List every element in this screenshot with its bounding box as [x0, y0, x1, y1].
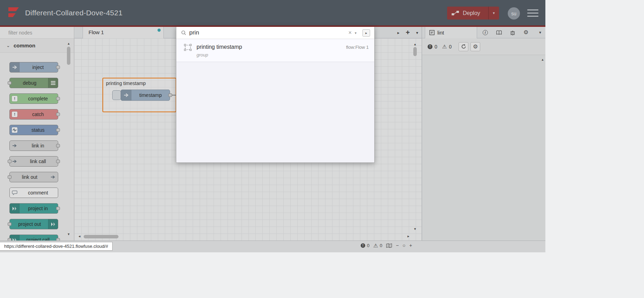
canvas-vscrollbar-thumb[interactable] — [413, 47, 417, 56]
bug-icon — [510, 30, 515, 35]
main-menu-button[interactable] — [527, 9, 538, 19]
palette-node-project-out[interactable]: project out — [9, 219, 58, 229]
refresh-icon — [461, 44, 466, 49]
inject-arrow-icon — [10, 62, 20, 72]
tab-lint[interactable]: lint — [425, 27, 477, 38]
output-port — [56, 144, 60, 147]
debug-list-icon — [48, 78, 58, 88]
book-icon — [496, 30, 502, 35]
zoom-reset-button[interactable]: ○ — [402, 243, 405, 248]
lint-settings-button[interactable]: ⚙ — [470, 42, 480, 51]
canvas-scroll-down-icon[interactable]: ▼ — [413, 227, 417, 231]
palette-node-comment[interactable]: comment — [9, 188, 58, 198]
error-circle-icon: ! — [428, 44, 432, 49]
tab-info[interactable]: i — [483, 30, 488, 35]
warning-count-value: 0 — [449, 44, 452, 49]
footer-error-toggle[interactable]: ! 0 — [361, 243, 369, 248]
palette-node-label: status — [23, 127, 44, 133]
browser-status-url: https://different-collared-dove-4521.flo… — [0, 242, 113, 251]
canvas-scroll-left-icon[interactable]: ◄ — [77, 235, 82, 238]
node-label: timestamp — [131, 92, 170, 98]
palette-node-status[interactable]: status — [9, 125, 58, 135]
search-options-icon[interactable]: ▾ — [355, 31, 356, 35]
tab-scroll-right-icon[interactable]: ▸ — [397, 30, 399, 35]
zoom-out-button[interactable]: − — [396, 243, 399, 248]
palette-node-link-out[interactable]: link out — [9, 172, 58, 182]
lint-refresh-button[interactable] — [459, 42, 468, 51]
canvas-scroll-up-icon[interactable]: ▲ — [413, 43, 417, 46]
filter-nodes-input[interactable] — [8, 30, 71, 36]
zoom-in-button[interactable]: + — [409, 243, 412, 248]
palette-node-link-in[interactable]: link in — [9, 140, 58, 151]
sidebar-menu-icon[interactable]: ▾ — [539, 30, 541, 35]
user-avatar[interactable]: su — [508, 7, 520, 20]
palette-node-inject[interactable]: inject — [9, 62, 58, 72]
right-sidebar: lint i ⚙ ▾ ! — [422, 27, 545, 240]
output-port — [56, 66, 60, 69]
tab-config[interactable]: ⚙ — [523, 30, 528, 35]
search-icon — [181, 30, 186, 35]
palette-category-common[interactable]: ⌄ common — [0, 39, 74, 53]
inject-node-body[interactable]: timestamp — [121, 90, 170, 101]
palette-scrollbar-thumb[interactable] — [67, 47, 70, 65]
tab-help[interactable] — [496, 30, 502, 35]
canvas-scroll-right-icon[interactable]: ► — [406, 235, 411, 238]
result-type: group — [197, 52, 242, 58]
inject-node: timestamp — [112, 90, 178, 101]
output-port[interactable] — [168, 93, 172, 97]
output-port — [56, 238, 60, 240]
tab-flow-1[interactable]: Flow 1 — [83, 27, 164, 38]
status-url-text: https://different-collared-dove-4521.flo… — [4, 244, 108, 249]
clear-search-icon[interactable]: × — [348, 30, 352, 36]
palette-node-label: comment — [20, 190, 48, 196]
palette-node-complete[interactable]: ! complete — [9, 93, 58, 104]
tab-debug[interactable] — [510, 30, 515, 35]
footer-warning-toggle[interactable]: ⚠ 0 — [373, 243, 382, 248]
palette-node-project-call[interactable]: project call — [9, 235, 58, 240]
search-result-item[interactable]: printing timestamp group flow:Flow 1 — [176, 39, 374, 62]
input-port — [8, 222, 12, 226]
deploy-label: Deploy — [463, 10, 480, 16]
lint-warning-count[interactable]: ⚠ 0 — [442, 44, 452, 49]
navigator-toggle[interactable] — [386, 243, 392, 248]
palette-node-catch[interactable]: ! catch — [9, 109, 58, 120]
lint-toolbar: ! 0 ⚠ 0 ⚙ — [422, 38, 545, 55]
caret-right-icon: ▸ — [365, 31, 367, 35]
sidebar-scroll-up-icon[interactable]: ▲ — [540, 58, 545, 61]
chevron-down-icon: ⌄ — [6, 43, 10, 48]
sidebar-tabbar: lint i ⚙ ▾ — [422, 27, 545, 38]
add-flow-button[interactable]: + — [406, 29, 410, 37]
deploy-button[interactable]: Deploy ▾ — [447, 7, 499, 20]
lint-results-panel: ▲ — [422, 55, 545, 240]
map-icon — [386, 243, 392, 248]
gear-icon: ⚙ — [523, 30, 528, 35]
instance-title: Different-Collared-Dove-4521 — [25, 9, 123, 17]
flow-list-icon[interactable]: ▾ — [416, 30, 418, 35]
search-expand-button[interactable]: ▸ — [362, 29, 370, 37]
canvas-hscrollbar-thumb[interactable] — [84, 235, 118, 238]
warning-triangle-icon: ⚠ — [442, 44, 447, 49]
palette-node-label: debug — [23, 80, 45, 86]
palette-node-link-call[interactable]: link call — [9, 156, 58, 167]
hamburger-icon — [527, 9, 538, 10]
link-arrow-icon — [10, 141, 20, 151]
output-port — [56, 97, 60, 100]
error-count-value: 0 — [435, 44, 437, 49]
palette-scroll-up-icon[interactable]: ▲ — [67, 42, 71, 45]
chevron-down-icon: ▾ — [493, 11, 495, 15]
status-pulse-icon — [10, 125, 20, 135]
deploy-options-button[interactable]: ▾ — [488, 7, 499, 20]
search-input[interactable] — [189, 29, 345, 36]
search-dialog: × ▾ ▸ printing timestamp group flow: — [176, 27, 375, 163]
output-port — [56, 160, 60, 163]
search-results: printing timestamp group flow:Flow 1 — [176, 39, 374, 162]
lint-error-count[interactable]: ! 0 — [428, 44, 437, 49]
palette-node-project-in[interactable]: project in — [9, 203, 58, 214]
comment-bubble-icon — [10, 188, 20, 198]
palette-node-debug[interactable]: debug — [9, 78, 58, 88]
footer-error-count: 0 — [367, 243, 369, 248]
result-title: printing timestamp — [197, 44, 242, 50]
palette-scroll-down-icon[interactable]: ▼ — [67, 232, 71, 236]
inject-trigger-button[interactable] — [112, 90, 121, 100]
complete-exclamation-icon: ! — [10, 94, 20, 104]
